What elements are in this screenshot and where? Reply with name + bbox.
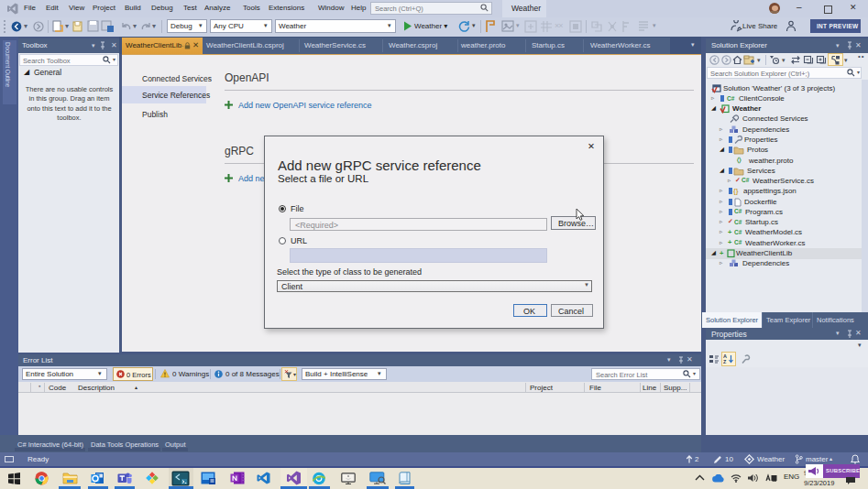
svg-text:Z: Z (723, 359, 727, 364)
